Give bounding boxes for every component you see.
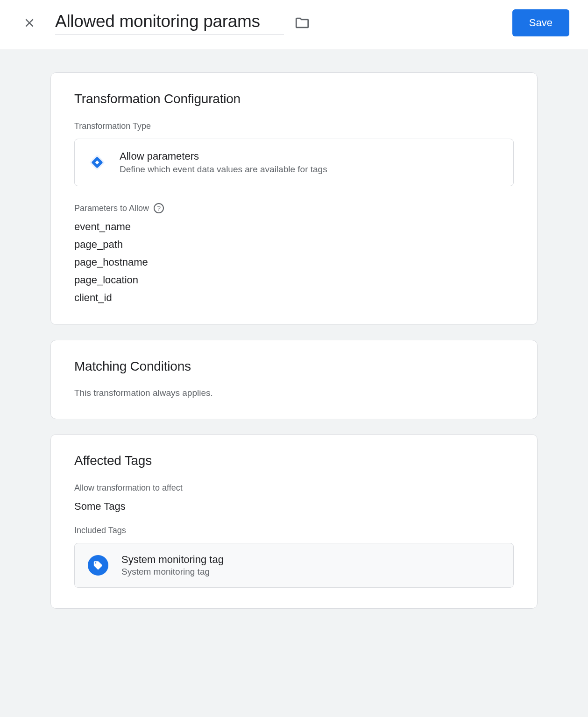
transformation-type-name: Allow parameters	[120, 150, 327, 162]
folder-button[interactable]	[294, 15, 310, 31]
transformation-type-label: Transformation Type	[74, 121, 514, 131]
included-tag-item[interactable]: System monitoring tag System monitoring …	[74, 543, 514, 588]
help-icon[interactable]: ?	[154, 203, 164, 213]
parameter-item: page_location	[74, 274, 514, 286]
diamond-icon	[88, 153, 106, 172]
parameter-item: page_path	[74, 239, 514, 251]
tag-name: System monitoring tag	[121, 554, 224, 566]
folder-icon	[294, 15, 310, 31]
matching-conditions-card[interactable]: Matching Conditions This transformation …	[50, 340, 538, 419]
content-area: Transformation Configuration Transformat…	[0, 50, 588, 717]
card-title: Transformation Configuration	[74, 91, 514, 106]
save-button[interactable]: Save	[512, 9, 569, 36]
close-button[interactable]	[22, 16, 36, 30]
parameter-list: event_name page_path page_hostname page_…	[74, 221, 514, 304]
included-tags-label: Included Tags	[74, 526, 514, 535]
parameter-item: event_name	[74, 221, 514, 233]
affect-value: Some Tags	[74, 500, 514, 513]
transformation-type-selector[interactable]: Allow parameters Define which event data…	[74, 139, 514, 186]
transformation-type-description: Define which event data values are avail…	[120, 164, 327, 175]
affected-tags-card[interactable]: Affected Tags Allow transformation to af…	[50, 434, 538, 609]
parameters-label: Parameters to Allow ?	[74, 203, 514, 213]
affect-label: Allow transformation to affect	[74, 483, 514, 493]
close-icon	[23, 17, 35, 29]
transformation-config-card[interactable]: Transformation Configuration Transformat…	[50, 72, 538, 325]
card-title: Affected Tags	[74, 453, 514, 468]
conditions-text: This transformation always applies.	[74, 388, 514, 398]
tag-subtitle: System monitoring tag	[121, 567, 224, 577]
parameter-item: page_hostname	[74, 256, 514, 268]
parameter-item: client_id	[74, 292, 514, 304]
header-bar: Save	[0, 0, 588, 50]
title-input[interactable]	[55, 12, 284, 35]
tag-icon	[88, 555, 108, 576]
card-title: Matching Conditions	[74, 359, 514, 374]
